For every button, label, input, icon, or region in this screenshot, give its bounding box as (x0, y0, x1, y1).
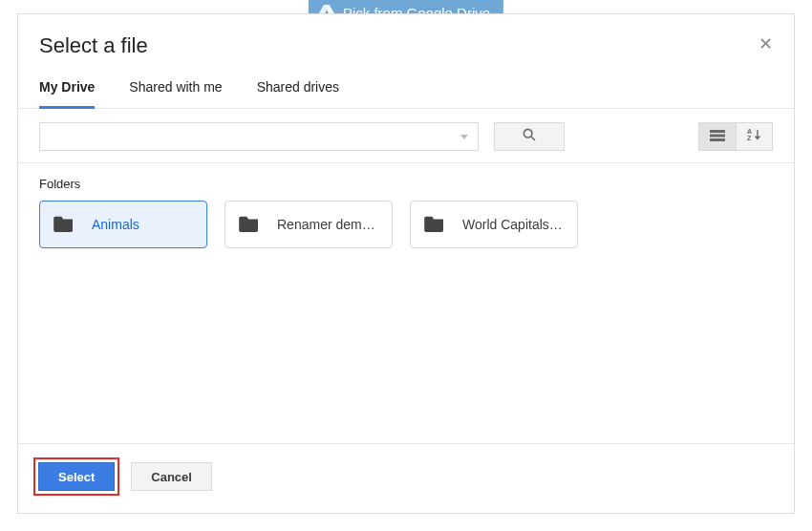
svg-text:Z: Z (747, 135, 752, 141)
dialog-footer: Select Cancel (18, 443, 794, 513)
sort-az-icon: A Z (747, 128, 762, 145)
dialog-title: Select a file (39, 33, 148, 58)
search-button[interactable] (494, 122, 565, 151)
dialog-header: Select a file ✕ (18, 14, 794, 62)
tab-shared-drives[interactable]: Shared drives (257, 79, 339, 108)
search-input[interactable] (40, 129, 460, 145)
svg-line-1 (531, 137, 535, 140)
annotation-highlight: Select (33, 457, 119, 496)
dropdown-arrow-icon (460, 135, 468, 139)
search-icon (522, 127, 537, 146)
folder-label: Renamer dem… (277, 217, 375, 232)
search-combo[interactable] (39, 122, 479, 151)
svg-rect-2 (710, 130, 725, 133)
folder-icon (53, 215, 75, 235)
svg-rect-3 (710, 135, 725, 138)
view-controls: A Z (698, 122, 773, 151)
folder-row: Animals Renamer dem… World Capitals… (39, 201, 773, 248)
sort-button[interactable]: A Z (736, 123, 772, 150)
folder-label: World Capitals… (462, 217, 563, 232)
folder-card-renamer-demo[interactable]: Renamer dem… (224, 201, 393, 248)
folder-card-animals[interactable]: Animals (39, 201, 207, 248)
svg-point-0 (524, 129, 532, 138)
tab-my-drive[interactable]: My Drive (39, 79, 95, 109)
toolbar: A Z (18, 109, 794, 163)
tab-shared-with-me[interactable]: Shared with me (129, 79, 222, 108)
folders-section-label: Folders (39, 177, 773, 191)
folder-icon (239, 215, 260, 235)
close-icon[interactable]: ✕ (759, 33, 773, 54)
list-view-button[interactable] (699, 123, 736, 150)
content-area: Folders Animals Renamer dem… (18, 163, 794, 443)
cancel-button[interactable]: Cancel (131, 462, 212, 491)
select-button[interactable]: Select (38, 462, 115, 491)
folder-icon (424, 215, 445, 235)
svg-rect-4 (710, 138, 725, 141)
tabs: My Drive Shared with me Shared drives (18, 62, 794, 109)
svg-text:A: A (747, 128, 752, 135)
folder-card-world-capitals[interactable]: World Capitals… (410, 201, 578, 248)
file-picker-dialog: Select a file ✕ My Drive Shared with me … (17, 13, 795, 514)
list-view-icon (710, 128, 725, 145)
folder-label: Animals (92, 217, 139, 232)
